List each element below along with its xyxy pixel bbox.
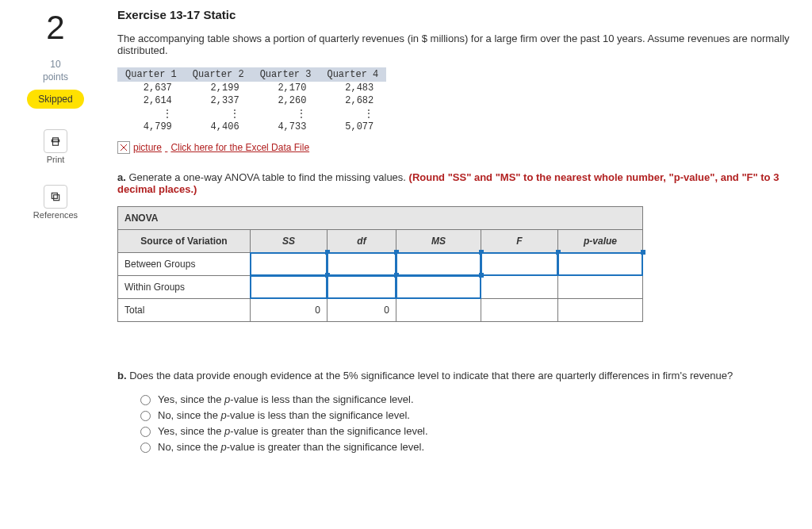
pvalue-input[interactable] bbox=[558, 253, 643, 276]
df-between-input[interactable] bbox=[327, 253, 396, 276]
printer-icon bbox=[44, 129, 67, 153]
ms-within-input[interactable] bbox=[396, 276, 481, 299]
data-table: Quarter 1 Quarter 2 Quarter 3 Quarter 4 … bbox=[117, 67, 386, 133]
question-number: 2 bbox=[0, 11, 111, 44]
option-2[interactable]: No, since the p-value is less than the s… bbox=[136, 408, 804, 421]
table-row: Total 0 0 bbox=[118, 299, 643, 322]
df-within-input[interactable] bbox=[327, 276, 396, 299]
table-row: Between Groups bbox=[118, 253, 643, 276]
side-panel: 2 10 points Skipped Print References bbox=[0, 8, 111, 456]
excel-file-link[interactable]: picture Click here for the Excel Data Fi… bbox=[117, 141, 309, 154]
references-button[interactable]: References bbox=[0, 185, 111, 220]
main-content: Exercise 13-17 Static The accompanying t… bbox=[111, 8, 804, 456]
table-row: Within Groups bbox=[118, 276, 643, 299]
svg-rect-1 bbox=[54, 195, 59, 201]
ss-total: 0 bbox=[251, 299, 327, 322]
option-4[interactable]: No, since the p-value is greater than th… bbox=[136, 440, 804, 453]
skipped-badge: Skipped bbox=[27, 90, 83, 109]
f-input[interactable] bbox=[481, 253, 558, 276]
anova-table: ANOVA Source of Variation SS df MS F p-v… bbox=[117, 206, 643, 322]
answer-options: Yes, since the p-value is less than the … bbox=[136, 393, 804, 453]
option-3[interactable]: Yes, since the p-value is greater than t… bbox=[136, 424, 804, 437]
option-1[interactable]: Yes, since the p-value is less than the … bbox=[136, 393, 804, 405]
points: 10 points bbox=[0, 59, 111, 83]
ss-within-input[interactable] bbox=[251, 276, 327, 299]
broken-image-icon bbox=[117, 141, 130, 154]
df-total: 0 bbox=[327, 299, 396, 322]
part-a-text: a. Generate a one-way ANOVA table to fin… bbox=[117, 171, 804, 195]
exercise-title: Exercise 13-17 Static bbox=[117, 8, 804, 21]
ms-between-input[interactable] bbox=[396, 253, 481, 276]
ss-between-input[interactable] bbox=[251, 253, 327, 276]
intro-text: The accompanying table shows a portion o… bbox=[117, 33, 804, 56]
copy-icon bbox=[44, 185, 67, 209]
svg-rect-0 bbox=[53, 142, 59, 146]
part-b-text: b. Does the data provide enough evidence… bbox=[117, 370, 804, 381]
print-button[interactable]: Print bbox=[0, 129, 111, 164]
svg-rect-2 bbox=[52, 194, 57, 199]
